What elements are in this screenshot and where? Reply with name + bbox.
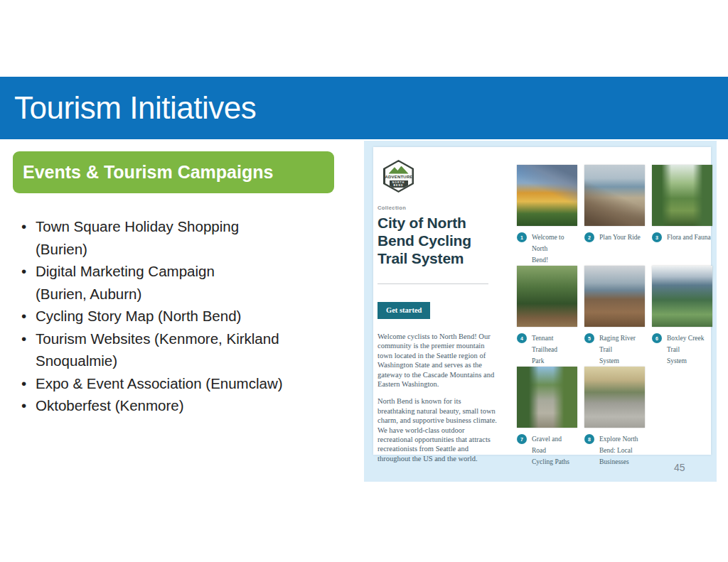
list-item: Town Square Holiday Shopping (Burien) bbox=[21, 215, 343, 260]
downtown-street-photo bbox=[584, 367, 645, 428]
storymap-page: ADVENTURE NORTH BEND Collection City of … bbox=[373, 147, 711, 455]
trail-card[interactable]: 4Tennant Trailhead Park bbox=[517, 266, 577, 367]
bullet-text: Cycling Story Map (North Bend) bbox=[36, 308, 241, 324]
list-item: Oktoberfest (Kenmore) bbox=[21, 394, 343, 417]
card-number-badge: 5 bbox=[584, 333, 594, 343]
section-banner: Events & Tourism Campaigns bbox=[13, 151, 334, 193]
trail-card[interactable]: 1Welcome to North Bend! bbox=[517, 165, 577, 266]
card-label: Flora and Fauna bbox=[667, 232, 711, 263]
slide-title-bar: Tourism Initiatives bbox=[0, 77, 728, 139]
gravel-road-photo bbox=[517, 367, 577, 428]
page-number: 45 bbox=[674, 462, 685, 473]
list-item: Digital Marketing Campaign (Burien, Aubu… bbox=[21, 260, 343, 305]
logo-text: ADVENTURE bbox=[385, 175, 412, 179]
trail-card[interactable]: 2Plan Your Ride bbox=[584, 165, 645, 266]
divider bbox=[378, 283, 488, 284]
trail-card-grid: 1Welcome to North Bend! 2Plan Your Ride … bbox=[517, 165, 714, 468]
storymap-title: City of North Bend Cycling Trail System bbox=[378, 214, 498, 267]
bullet-text: Tourism Websites (Kenmore, Kirkland Snoq… bbox=[36, 330, 279, 369]
card-label: Welcome to North Bend! bbox=[532, 232, 577, 266]
bullet-text: Town Square Holiday Shopping (Burien) bbox=[36, 218, 239, 257]
card-number-badge: 2 bbox=[584, 232, 594, 242]
bullet-text: Digital Marketing Campaign (Burien, Aubu… bbox=[36, 263, 215, 302]
lakeshore-bike-photo bbox=[584, 165, 645, 226]
website-screenshot-panel: ADVENTURE NORTH BEND Collection City of … bbox=[364, 141, 717, 482]
mountain-biker-photo bbox=[584, 266, 645, 327]
slide-title: Tourism Initiatives bbox=[14, 90, 256, 126]
autumn-mountain-photo bbox=[517, 165, 577, 226]
paragraph: Welcome cyclists to North Bend! Our comm… bbox=[378, 332, 498, 389]
trail-card[interactable]: 3Flora and Fauna bbox=[652, 165, 712, 266]
card-label: Raging River Trail System bbox=[599, 333, 645, 367]
card-number-badge: 1 bbox=[517, 232, 527, 242]
card-label: Explore North Bend: Local Businesses bbox=[599, 433, 638, 468]
get-started-button[interactable]: Get started bbox=[378, 302, 430, 319]
card-number-badge: 3 bbox=[652, 232, 662, 242]
bullet-text: Oktoberfest (Kenmore) bbox=[36, 397, 184, 414]
card-number-badge: 4 bbox=[517, 333, 527, 343]
card-label: Tennant Trailhead Park bbox=[532, 333, 577, 367]
card-number-badge: 7 bbox=[517, 434, 527, 444]
forest-trail-photo bbox=[652, 165, 712, 226]
trail-card[interactable]: 5Raging River Trail System bbox=[584, 266, 645, 367]
card-label: Gravel and Road Cycling Paths bbox=[532, 433, 577, 468]
bullet-list: Town Square Holiday Shopping (Burien) Di… bbox=[21, 215, 343, 417]
card-label: Boxley Creek Trail System bbox=[667, 333, 712, 367]
storymap-left-column: ADVENTURE NORTH BEND Collection City of … bbox=[378, 160, 498, 463]
trail-card[interactable]: 7Gravel and Road Cycling Paths bbox=[517, 367, 577, 468]
intro-text: Welcome cyclists to North Bend! Our comm… bbox=[378, 332, 498, 463]
logo-subtext: NORTH BEND bbox=[390, 180, 408, 188]
valley-view-photo bbox=[652, 266, 712, 327]
list-item: Cycling Story Map (North Bend) bbox=[21, 305, 343, 328]
adventure-north-bend-logo: ADVENTURE NORTH BEND bbox=[383, 160, 414, 193]
presentation-slide: Tourism Initiatives Events & Tourism Cam… bbox=[0, 0, 728, 562]
trail-card[interactable]: 6Boxley Creek Trail System bbox=[652, 266, 712, 367]
trail-card[interactable]: 8Explore North Bend: Local Businesses bbox=[584, 367, 645, 468]
list-item: Expo & Event Association (Enumclaw) bbox=[21, 372, 343, 395]
bullet-text: Expo & Event Association (Enumclaw) bbox=[36, 375, 283, 391]
paragraph: North Bend is known for its breathtaking… bbox=[378, 396, 498, 463]
card-number-badge: 6 bbox=[652, 333, 662, 343]
list-item: Tourism Websites (Kenmore, Kirkland Snoq… bbox=[21, 328, 343, 372]
card-number-badge: 8 bbox=[584, 434, 594, 444]
mountains-icon bbox=[389, 166, 409, 174]
section-banner-label: Events & Tourism Campaigns bbox=[23, 162, 273, 183]
trailhead-forest-photo bbox=[517, 266, 577, 327]
collection-label: Collection bbox=[378, 205, 498, 211]
card-label: Plan Your Ride bbox=[599, 232, 641, 263]
